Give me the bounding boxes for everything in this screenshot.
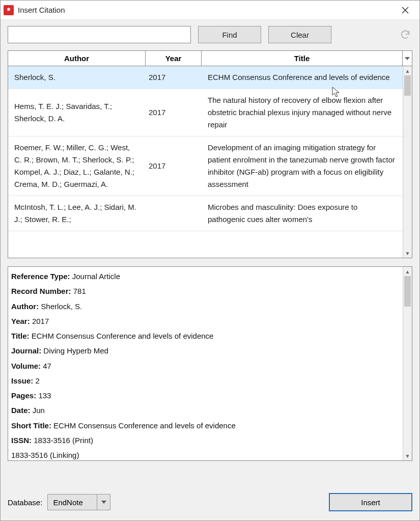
database-label: Database: <box>8 498 42 507</box>
scroll-thumb[interactable] <box>404 276 411 307</box>
record-number-value: 781 <box>73 287 86 295</box>
find-button[interactable]: Find <box>198 26 261 43</box>
cell-author: Hems, T. E. J.; Savaridas, T.; Sherlock,… <box>8 89 146 136</box>
title-value: ECHM Consensus Conference and levels of … <box>32 332 214 340</box>
cell-author: Sherlock, S. <box>8 66 146 89</box>
pages-value: 133 <box>38 391 51 400</box>
table-row[interactable]: McIntosh, T. L.; Lee, A. J.; Sidari, M. … <box>8 196 403 231</box>
scroll-down-icon[interactable]: ▼ <box>403 451 412 460</box>
journal-value: Diving Hyperb Med <box>43 346 108 355</box>
detail-scrollbar[interactable]: ▲ ▼ <box>403 267 412 460</box>
column-year[interactable]: Year <box>146 51 202 66</box>
issn-label: ISSN: <box>11 436 32 445</box>
journal-label: Journal: <box>11 346 41 355</box>
results-table: Author Year Title Sherlock, S.2017ECHM C… <box>8 50 412 258</box>
scroll-up-icon[interactable]: ▲ <box>403 267 412 276</box>
scroll-thumb[interactable] <box>404 75 411 96</box>
titlebar: Insert Citation <box>1 1 419 20</box>
issue-label: Issue: <box>11 376 33 385</box>
date-label: Date: <box>11 406 31 415</box>
cell-year: 2017 <box>146 136 202 196</box>
database-value: EndNote <box>48 495 97 510</box>
table-row[interactable]: Hems, T. E. J.; Savaridas, T.; Sherlock,… <box>8 89 403 136</box>
table-row[interactable]: Roemer, F. W.; Miller, C. G.; West, C. R… <box>8 136 403 196</box>
chevron-down-icon[interactable] <box>97 495 110 510</box>
detail-panel: Reference Type: Journal Article Record N… <box>8 266 412 461</box>
window-title: Insert Citation <box>18 6 396 14</box>
short-title-value: ECHM Consensus Conference and levels of … <box>53 421 236 430</box>
refresh-icon[interactable] <box>398 28 412 42</box>
volume-value: 47 <box>43 362 51 370</box>
year-value: 2017 <box>32 317 49 325</box>
scroll-up-icon[interactable]: ▲ <box>403 66 412 75</box>
cell-year: 2017 <box>146 89 202 136</box>
chevron-down-icon[interactable] <box>403 51 412 66</box>
clear-button[interactable]: Clear <box>268 26 331 43</box>
reference-type-label: Reference Type: <box>11 272 70 281</box>
issn-value: 1833-3516 (Print) <box>34 436 93 445</box>
app-icon <box>4 5 14 15</box>
dialog-content: Find Clear Author Year Title Sherlock, S… <box>1 20 419 520</box>
cell-title: ECHM Consensus Conference and levels of … <box>202 66 403 89</box>
search-input[interactable] <box>8 26 191 43</box>
column-author[interactable]: Author <box>8 51 146 66</box>
table-header: Author Year Title <box>8 51 412 66</box>
cell-title: Development of an imaging mitigation str… <box>202 136 403 196</box>
cell-year: 2017 <box>146 66 202 89</box>
close-icon[interactable] <box>396 2 414 18</box>
issue-value: 2 <box>36 376 40 385</box>
title-label: Title: <box>11 332 30 340</box>
volume-label: Volume: <box>11 362 41 370</box>
cell-year <box>146 196 202 231</box>
detail-body: Reference Type: Journal Article Record N… <box>8 267 403 460</box>
table-row[interactable]: Sherlock, S.2017ECHM Consensus Conferenc… <box>8 66 403 89</box>
search-row: Find Clear <box>8 26 412 43</box>
cell-author: McIntosh, T. L.; Lee, A. J.; Sidari, M. … <box>8 196 146 231</box>
author-label: Author: <box>11 302 39 311</box>
year-label: Year: <box>11 317 30 325</box>
results-scrollbar[interactable]: ▲ ▼ <box>403 66 412 258</box>
reference-type-value: Journal Article <box>72 272 120 281</box>
column-title[interactable]: Title <box>202 51 403 66</box>
record-number-label: Record Number: <box>11 287 71 295</box>
footer: Database: EndNote Insert <box>8 484 412 511</box>
short-title-label: Short Title: <box>11 421 51 430</box>
database-select[interactable]: EndNote <box>47 494 110 510</box>
cell-title: The natural history of recovery of elbow… <box>202 89 403 136</box>
cell-title: Microbes and masculinity: Does exposure … <box>202 196 403 231</box>
insert-button[interactable]: Insert <box>329 493 412 511</box>
cell-author: Roemer, F. W.; Miller, C. G.; West, C. R… <box>8 136 146 196</box>
issn-extra-value: 1833-3516 (Linking) <box>11 451 79 459</box>
scroll-down-icon[interactable]: ▼ <box>403 249 412 258</box>
pages-label: Pages: <box>11 391 36 400</box>
author-value: Sherlock, S. <box>41 302 82 311</box>
date-value: Jun <box>33 406 45 415</box>
